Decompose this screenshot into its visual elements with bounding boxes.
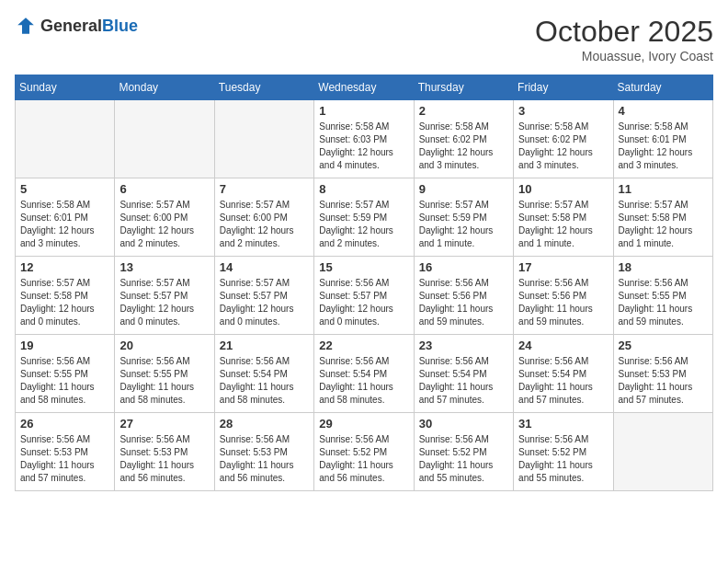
weekday-header-row: SundayMondayTuesdayWednesdayThursdayFrid…	[16, 75, 713, 100]
day-number: 8	[319, 182, 408, 196]
day-info: Sunrise: 5:56 AMSunset: 5:57 PMDaylight:…	[319, 277, 408, 328]
day-cell: 28Sunrise: 5:56 AMSunset: 5:53 PMDayligh…	[214, 413, 313, 491]
day-cell: 15Sunrise: 5:56 AMSunset: 5:57 PMDayligh…	[314, 257, 414, 335]
day-number: 24	[518, 339, 608, 352]
logo-icon	[15, 15, 37, 37]
weekday-header-tuesday: Tuesday	[214, 75, 313, 100]
day-cell: 7Sunrise: 5:57 AMSunset: 6:00 PMDaylight…	[214, 178, 313, 257]
day-number: 7	[220, 182, 309, 196]
day-info: Sunrise: 5:58 AMSunset: 6:01 PMDaylight:…	[20, 199, 109, 250]
day-cell	[16, 100, 115, 178]
page-header: GeneralBlue October 2025 Mouassue, Ivory…	[15, 15, 713, 63]
day-number: 16	[419, 260, 508, 274]
day-number: 14	[220, 260, 309, 274]
day-number: 21	[220, 339, 309, 352]
day-info: Sunrise: 5:57 AMSunset: 5:58 PMDaylight:…	[518, 199, 608, 250]
weekday-header-saturday: Saturday	[613, 75, 712, 100]
day-cell: 31Sunrise: 5:56 AMSunset: 5:52 PMDayligh…	[514, 413, 613, 491]
day-cell: 29Sunrise: 5:56 AMSunset: 5:52 PMDayligh…	[314, 413, 414, 491]
week-row-4: 19Sunrise: 5:56 AMSunset: 5:55 PMDayligh…	[16, 335, 713, 413]
day-cell: 27Sunrise: 5:56 AMSunset: 5:53 PMDayligh…	[115, 413, 214, 491]
calendar: SundayMondayTuesdayWednesdayThursdayFrid…	[15, 75, 713, 491]
day-number: 23	[419, 339, 508, 352]
logo-blue: Blue	[102, 17, 138, 35]
day-info: Sunrise: 5:56 AMSunset: 5:53 PMDaylight:…	[619, 355, 708, 407]
day-number: 26	[20, 417, 109, 431]
day-info: Sunrise: 5:58 AMSunset: 6:01 PMDaylight:…	[619, 121, 708, 172]
day-number: 30	[419, 417, 508, 431]
day-number: 13	[119, 260, 209, 274]
day-number: 28	[220, 417, 309, 431]
week-row-1: 1Sunrise: 5:58 AMSunset: 6:03 PMDaylight…	[16, 100, 713, 178]
day-cell	[613, 413, 712, 491]
day-number: 5	[20, 182, 109, 196]
weekday-header-wednesday: Wednesday	[314, 75, 414, 100]
day-info: Sunrise: 5:56 AMSunset: 5:55 PMDaylight:…	[119, 355, 209, 407]
day-number: 19	[20, 339, 109, 352]
day-info: Sunrise: 5:57 AMSunset: 5:57 PMDaylight:…	[119, 277, 209, 328]
day-number: 4	[619, 104, 708, 118]
day-number: 20	[119, 339, 209, 352]
day-info: Sunrise: 5:56 AMSunset: 5:55 PMDaylight:…	[619, 277, 708, 328]
week-row-2: 5Sunrise: 5:58 AMSunset: 6:01 PMDaylight…	[16, 178, 713, 257]
day-info: Sunrise: 5:57 AMSunset: 5:57 PMDaylight:…	[220, 277, 309, 328]
day-cell: 22Sunrise: 5:56 AMSunset: 5:54 PMDayligh…	[314, 335, 414, 413]
day-cell: 21Sunrise: 5:56 AMSunset: 5:54 PMDayligh…	[214, 335, 313, 413]
day-info: Sunrise: 5:57 AMSunset: 5:59 PMDaylight:…	[319, 199, 408, 250]
day-number: 17	[518, 260, 608, 274]
day-cell: 17Sunrise: 5:56 AMSunset: 5:56 PMDayligh…	[514, 257, 613, 335]
day-cell: 19Sunrise: 5:56 AMSunset: 5:55 PMDayligh…	[16, 335, 115, 413]
day-cell: 16Sunrise: 5:56 AMSunset: 5:56 PMDayligh…	[414, 257, 513, 335]
day-info: Sunrise: 5:56 AMSunset: 5:56 PMDaylight:…	[518, 277, 608, 328]
day-number: 22	[319, 339, 408, 352]
logo: GeneralBlue	[15, 15, 138, 37]
day-number: 31	[518, 417, 608, 431]
day-info: Sunrise: 5:57 AMSunset: 6:00 PMDaylight:…	[119, 199, 209, 250]
day-info: Sunrise: 5:56 AMSunset: 5:56 PMDaylight:…	[419, 277, 508, 328]
day-cell: 6Sunrise: 5:57 AMSunset: 6:00 PMDaylight…	[115, 178, 214, 257]
day-number: 12	[20, 260, 109, 274]
day-info: Sunrise: 5:58 AMSunset: 6:03 PMDaylight:…	[319, 121, 408, 172]
day-number: 15	[319, 260, 408, 274]
day-cell: 5Sunrise: 5:58 AMSunset: 6:01 PMDaylight…	[16, 178, 115, 257]
day-cell: 13Sunrise: 5:57 AMSunset: 5:57 PMDayligh…	[115, 257, 214, 335]
day-cell: 18Sunrise: 5:56 AMSunset: 5:55 PMDayligh…	[613, 257, 712, 335]
day-cell: 8Sunrise: 5:57 AMSunset: 5:59 PMDaylight…	[314, 178, 414, 257]
title-block: October 2025 Mouassue, Ivory Coast	[535, 15, 713, 63]
logo-general: General	[40, 17, 102, 35]
day-cell: 26Sunrise: 5:56 AMSunset: 5:53 PMDayligh…	[16, 413, 115, 491]
day-info: Sunrise: 5:56 AMSunset: 5:53 PMDaylight:…	[119, 433, 209, 485]
day-number: 9	[419, 182, 508, 196]
day-info: Sunrise: 5:56 AMSunset: 5:52 PMDaylight:…	[518, 433, 608, 485]
day-info: Sunrise: 5:57 AMSunset: 5:58 PMDaylight:…	[619, 199, 708, 250]
day-info: Sunrise: 5:56 AMSunset: 5:54 PMDaylight:…	[220, 355, 309, 407]
day-number: 27	[119, 417, 209, 431]
day-cell	[115, 100, 214, 178]
day-info: Sunrise: 5:56 AMSunset: 5:54 PMDaylight:…	[419, 355, 508, 407]
week-row-3: 12Sunrise: 5:57 AMSunset: 5:58 PMDayligh…	[16, 257, 713, 335]
day-cell: 2Sunrise: 5:58 AMSunset: 6:02 PMDaylight…	[414, 100, 513, 178]
day-cell: 12Sunrise: 5:57 AMSunset: 5:58 PMDayligh…	[16, 257, 115, 335]
day-number: 29	[319, 417, 408, 431]
day-cell: 9Sunrise: 5:57 AMSunset: 5:59 PMDaylight…	[414, 178, 513, 257]
day-info: Sunrise: 5:56 AMSunset: 5:53 PMDaylight:…	[20, 433, 109, 485]
day-info: Sunrise: 5:56 AMSunset: 5:55 PMDaylight:…	[20, 355, 109, 407]
day-number: 1	[319, 104, 408, 118]
day-cell: 11Sunrise: 5:57 AMSunset: 5:58 PMDayligh…	[613, 178, 712, 257]
day-number: 10	[518, 182, 608, 196]
weekday-header-sunday: Sunday	[16, 75, 115, 100]
day-info: Sunrise: 5:57 AMSunset: 6:00 PMDaylight:…	[220, 199, 309, 250]
day-cell: 3Sunrise: 5:58 AMSunset: 6:02 PMDaylight…	[514, 100, 613, 178]
weekday-header-monday: Monday	[115, 75, 214, 100]
week-row-5: 26Sunrise: 5:56 AMSunset: 5:53 PMDayligh…	[16, 413, 713, 491]
day-cell: 25Sunrise: 5:56 AMSunset: 5:53 PMDayligh…	[613, 335, 712, 413]
day-number: 25	[619, 339, 708, 352]
weekday-header-thursday: Thursday	[414, 75, 513, 100]
day-number: 18	[619, 260, 708, 274]
day-info: Sunrise: 5:57 AMSunset: 5:58 PMDaylight:…	[20, 277, 109, 328]
day-number: 2	[419, 104, 508, 118]
day-cell	[214, 100, 313, 178]
day-number: 6	[119, 182, 209, 196]
day-cell: 1Sunrise: 5:58 AMSunset: 6:03 PMDaylight…	[314, 100, 414, 178]
day-cell: 30Sunrise: 5:56 AMSunset: 5:52 PMDayligh…	[414, 413, 513, 491]
